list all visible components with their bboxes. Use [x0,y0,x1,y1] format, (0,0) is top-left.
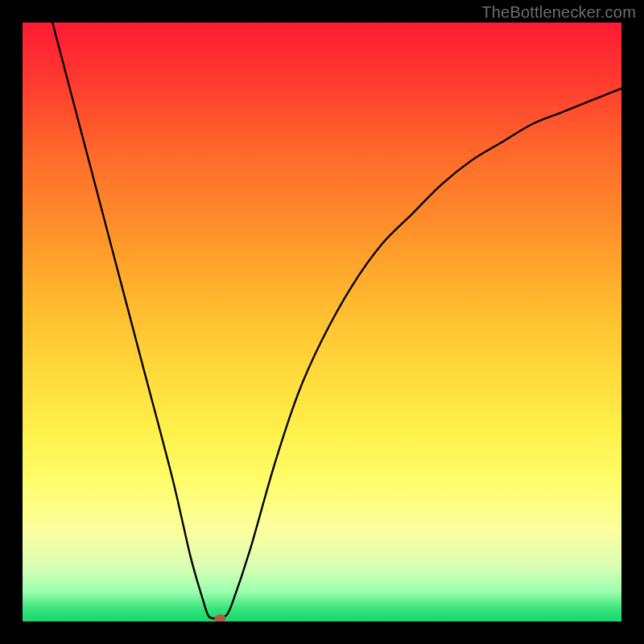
svg-point-0 [215,614,226,621]
plot-area [23,23,621,621]
bottleneck-curve [23,23,621,621]
chart-frame: TheBottlenecker.com [0,0,644,644]
watermark-text: TheBottlenecker.com [481,3,636,22]
